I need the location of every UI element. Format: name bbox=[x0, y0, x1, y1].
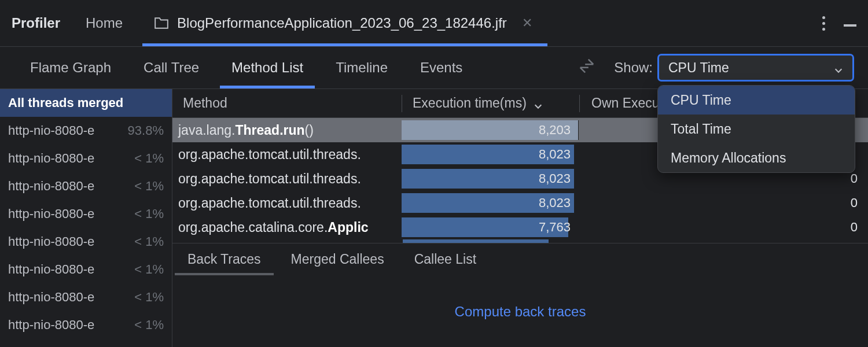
method-name: org.apache.tomcat.util.threads. bbox=[172, 147, 402, 163]
option-memory-allocations[interactable]: Memory Allocations bbox=[658, 143, 855, 172]
bottom-tabs: Back Traces Merged Callees Callee List bbox=[172, 243, 868, 275]
sidebar-item-thread[interactable]: http-nio-8080-e< 1% bbox=[0, 172, 172, 200]
tab-events[interactable]: Events bbox=[404, 47, 479, 88]
col-exec-label: Execution time(ms) bbox=[413, 95, 527, 111]
show-dropdown-popup: CPU Time Total Time Memory Allocations bbox=[657, 85, 855, 173]
sidebar-item-thread[interactable]: http-nio-8080-e< 1% bbox=[0, 283, 172, 311]
thread-pct: < 1% bbox=[134, 290, 164, 305]
thread-name: http-nio-8080-e bbox=[8, 179, 94, 194]
sidebar-item-label: All threads merged bbox=[8, 95, 123, 110]
exec-cell: 7,763 bbox=[402, 215, 579, 239]
sidebar-item-thread[interactable]: http-nio-8080-e< 1% bbox=[0, 228, 172, 256]
thread-pct: < 1% bbox=[134, 179, 164, 194]
thread-name: http-nio-8080-e bbox=[8, 206, 94, 222]
own-value: 0 bbox=[579, 220, 868, 235]
exec-value: 8,023 bbox=[539, 171, 571, 186]
thread-name: http-nio-8080-e bbox=[8, 151, 94, 166]
tool-title: Profiler bbox=[12, 15, 60, 31]
folder-icon bbox=[154, 17, 169, 29]
own-value: 0 bbox=[579, 171, 868, 186]
tab-call-tree[interactable]: Call Tree bbox=[127, 47, 215, 88]
swap-icon[interactable] bbox=[577, 56, 597, 79]
option-cpu-time[interactable]: CPU Time bbox=[658, 86, 855, 115]
method-name: java.lang.Thread.run() bbox=[172, 123, 402, 138]
show-dropdown[interactable]: CPU Time bbox=[657, 54, 854, 82]
sidebar-item-all-threads[interactable]: All threads merged bbox=[0, 89, 172, 117]
tab-file[interactable]: BlogPerformanceApplication_2023_06_23_18… bbox=[154, 0, 532, 46]
exec-value: 7,763 bbox=[539, 220, 571, 235]
tab-flame-graph[interactable]: Flame Graph bbox=[14, 47, 127, 88]
thread-pct: < 1% bbox=[134, 318, 164, 333]
thread-pct: < 1% bbox=[134, 262, 164, 277]
method-row[interactable]: org.apache.catalina.core.Applic 7,763 0 bbox=[172, 215, 868, 239]
tab-method-list[interactable]: Method List bbox=[215, 47, 319, 88]
exec-cell: 8,023 bbox=[402, 191, 579, 215]
sidebar-item-thread[interactable]: http-nio-8080-e< 1% bbox=[0, 311, 172, 339]
thread-pct: < 1% bbox=[134, 234, 164, 249]
kebab-icon[interactable] bbox=[822, 16, 825, 31]
method-name: org.apache.catalina.core.Applic bbox=[172, 220, 402, 235]
tab-home[interactable]: Home bbox=[86, 15, 123, 31]
option-total-time[interactable]: Total Time bbox=[658, 115, 855, 143]
sidebar-item-thread[interactable]: http-nio-8080-e< 1% bbox=[0, 200, 172, 228]
method-name: org.apache.tomcat.util.threads. bbox=[172, 195, 402, 211]
back-traces-area: Compute back traces bbox=[172, 275, 868, 347]
sidebar-item-thread[interactable]: http-nio-8080-e< 1% bbox=[0, 256, 172, 283]
show-label: Show: bbox=[614, 60, 653, 76]
file-name: BlogPerformanceApplication_2023_06_23_18… bbox=[177, 15, 507, 31]
chevron-down-icon bbox=[534, 99, 543, 108]
tab-timeline[interactable]: Timeline bbox=[319, 47, 404, 88]
col-method[interactable]: Method bbox=[172, 95, 402, 111]
method-row[interactable]: org.apache.tomcat.util.threads. 8,023 0 bbox=[172, 191, 868, 215]
thread-name: http-nio-8080-e bbox=[8, 234, 94, 249]
show-dropdown-value: CPU Time bbox=[668, 60, 729, 76]
exec-cell: 8,203 bbox=[402, 118, 579, 142]
thread-name: http-nio-8080-e bbox=[8, 318, 94, 333]
exec-value: 8,023 bbox=[539, 195, 571, 211]
minimize-icon[interactable] bbox=[844, 24, 856, 27]
tab-callee-list[interactable]: Callee List bbox=[399, 243, 491, 275]
exec-value: 8,203 bbox=[539, 123, 571, 138]
sidebar-item-thread[interactable]: http-nio-8080-e< 1% bbox=[0, 145, 172, 172]
thread-sidebar: All threads merged http-nio-8080-e93.8%h… bbox=[0, 89, 172, 347]
exec-value: 8,023 bbox=[539, 147, 571, 162]
thread-name: http-nio-8080-e bbox=[8, 290, 94, 305]
compute-back-traces-link[interactable]: Compute back traces bbox=[455, 304, 586, 320]
tab-back-traces[interactable]: Back Traces bbox=[172, 243, 276, 275]
col-exec-time[interactable]: Execution time(ms) bbox=[402, 95, 579, 111]
view-tabs: Flame Graph Call Tree Method List Timeli… bbox=[0, 47, 868, 88]
thread-pct: < 1% bbox=[134, 151, 164, 166]
method-name: org.apache.tomcat.util.threads. bbox=[172, 171, 402, 187]
chevron-down-icon bbox=[834, 63, 843, 72]
thread-pct: 93.8% bbox=[128, 123, 164, 138]
close-icon[interactable]: ✕ bbox=[522, 16, 532, 31]
sidebar-item-thread[interactable]: http-nio-8080-e93.8% bbox=[0, 117, 172, 145]
exec-cell: 8,023 bbox=[402, 167, 579, 191]
thread-name: http-nio-8080-e bbox=[8, 123, 94, 138]
tab-merged-callees[interactable]: Merged Callees bbox=[276, 243, 399, 275]
profiler-topbar: Profiler Home BlogPerformanceApplication… bbox=[0, 0, 868, 46]
exec-cell: 8,023 bbox=[402, 142, 579, 167]
own-value: 0 bbox=[579, 195, 868, 211]
thread-name: http-nio-8080-e bbox=[8, 262, 94, 277]
thread-pct: < 1% bbox=[134, 206, 164, 222]
